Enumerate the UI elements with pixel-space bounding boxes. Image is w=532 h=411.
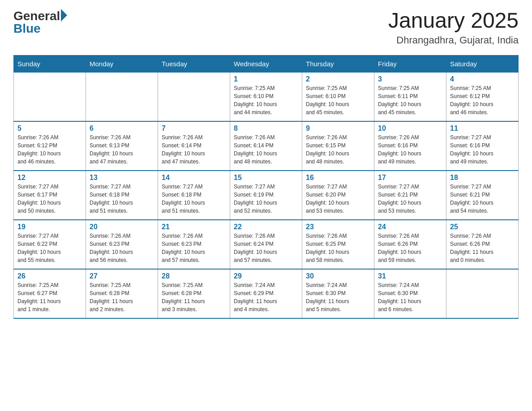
day-number: 23: [306, 223, 370, 231]
day-number: 16: [306, 174, 370, 182]
day-info: Sunrise: 7:25 AM Sunset: 6:10 PM Dayligh…: [306, 84, 370, 116]
day-number: 5: [17, 124, 82, 133]
day-info: Sunrise: 7:25 AM Sunset: 6:28 PM Dayligh…: [90, 281, 154, 313]
header-day-monday: Monday: [86, 55, 158, 72]
week-row-3: 12Sunrise: 7:27 AM Sunset: 6:17 PM Dayli…: [14, 171, 519, 220]
calendar-cell: 23Sunrise: 7:26 AM Sunset: 6:25 PM Dayli…: [302, 220, 374, 269]
day-info: Sunrise: 7:27 AM Sunset: 6:21 PM Dayligh…: [378, 183, 442, 215]
calendar-cell: 15Sunrise: 7:27 AM Sunset: 6:19 PM Dayli…: [230, 171, 302, 220]
day-number: 26: [17, 272, 82, 280]
day-number: 2: [306, 75, 370, 83]
day-info: Sunrise: 7:26 AM Sunset: 6:13 PM Dayligh…: [90, 133, 154, 166]
week-row-5: 26Sunrise: 7:25 AM Sunset: 6:27 PM Dayli…: [14, 269, 519, 318]
day-info: Sunrise: 7:27 AM Sunset: 6:18 PM Dayligh…: [162, 183, 226, 215]
calendar-cell: 17Sunrise: 7:27 AM Sunset: 6:21 PM Dayli…: [374, 171, 446, 220]
calendar-cell: 20Sunrise: 7:26 AM Sunset: 6:23 PM Dayli…: [86, 220, 158, 269]
day-info: Sunrise: 7:24 AM Sunset: 6:29 PM Dayligh…: [234, 281, 298, 313]
calendar-cell: 18Sunrise: 7:27 AM Sunset: 6:21 PM Dayli…: [446, 171, 519, 220]
day-info: Sunrise: 7:26 AM Sunset: 6:26 PM Dayligh…: [450, 232, 515, 264]
calendar-cell: 10Sunrise: 7:26 AM Sunset: 6:16 PM Dayli…: [374, 121, 446, 171]
calendar-cell: 27Sunrise: 7:25 AM Sunset: 6:28 PM Dayli…: [86, 269, 158, 318]
calendar-cell: [446, 269, 519, 318]
day-info: Sunrise: 7:25 AM Sunset: 6:27 PM Dayligh…: [17, 281, 82, 313]
calendar-cell: 25Sunrise: 7:26 AM Sunset: 6:26 PM Dayli…: [446, 220, 519, 269]
day-info: Sunrise: 7:26 AM Sunset: 6:26 PM Dayligh…: [378, 232, 442, 264]
calendar-cell: 9Sunrise: 7:26 AM Sunset: 6:15 PM Daylig…: [302, 121, 374, 171]
day-number: 24: [378, 223, 442, 231]
day-info: Sunrise: 7:25 AM Sunset: 6:10 PM Dayligh…: [234, 84, 298, 116]
logo-arrow-icon: [61, 9, 67, 21]
day-number: 28: [162, 272, 226, 280]
day-number: 20: [90, 223, 154, 231]
calendar-cell: 26Sunrise: 7:25 AM Sunset: 6:27 PM Dayli…: [14, 269, 86, 318]
header-day-friday: Friday: [374, 55, 446, 72]
calendar-cell: 12Sunrise: 7:27 AM Sunset: 6:17 PM Dayli…: [14, 171, 86, 220]
calendar-cell: 28Sunrise: 7:25 AM Sunset: 6:28 PM Dayli…: [158, 269, 230, 318]
calendar-cell: 11Sunrise: 7:27 AM Sunset: 6:16 PM Dayli…: [446, 121, 519, 171]
calendar-cell: 8Sunrise: 7:26 AM Sunset: 6:14 PM Daylig…: [230, 121, 302, 171]
week-row-1: 1Sunrise: 7:25 AM Sunset: 6:10 PM Daylig…: [14, 72, 519, 121]
day-info: Sunrise: 7:25 AM Sunset: 6:28 PM Dayligh…: [162, 281, 226, 313]
title-block: January 2025 Dhrangadhra, Gujarat, India: [388, 9, 519, 46]
day-number: 31: [378, 272, 442, 280]
day-number: 14: [162, 174, 226, 182]
day-number: 1: [234, 75, 298, 83]
calendar-cell: [14, 72, 86, 121]
calendar-cell: 4Sunrise: 7:25 AM Sunset: 6:12 PM Daylig…: [446, 72, 519, 121]
day-info: Sunrise: 7:27 AM Sunset: 6:21 PM Dayligh…: [450, 183, 515, 215]
day-info: Sunrise: 7:26 AM Sunset: 6:14 PM Dayligh…: [234, 133, 298, 166]
day-info: Sunrise: 7:26 AM Sunset: 6:15 PM Dayligh…: [306, 133, 370, 166]
header-day-sunday: Sunday: [14, 55, 86, 72]
calendar-cell: 5Sunrise: 7:26 AM Sunset: 6:12 PM Daylig…: [14, 121, 86, 171]
day-info: Sunrise: 7:27 AM Sunset: 6:16 PM Dayligh…: [450, 133, 515, 166]
header-day-wednesday: Wednesday: [230, 55, 302, 72]
day-number: 19: [17, 223, 82, 231]
day-info: Sunrise: 7:25 AM Sunset: 6:11 PM Dayligh…: [378, 84, 442, 116]
day-info: Sunrise: 7:27 AM Sunset: 6:22 PM Dayligh…: [17, 232, 82, 264]
logo-blue-text: Blue: [13, 21, 67, 36]
day-info: Sunrise: 7:24 AM Sunset: 6:30 PM Dayligh…: [306, 281, 370, 313]
day-number: 29: [234, 272, 298, 280]
page-header: General Blue January 2025 Dhrangadhra, G…: [13, 9, 519, 46]
calendar-cell: 19Sunrise: 7:27 AM Sunset: 6:22 PM Dayli…: [14, 220, 86, 269]
calendar-cell: 31Sunrise: 7:24 AM Sunset: 6:30 PM Dayli…: [374, 269, 446, 318]
day-info: Sunrise: 7:26 AM Sunset: 6:16 PM Dayligh…: [378, 133, 442, 166]
header-day-tuesday: Tuesday: [158, 55, 230, 72]
calendar-cell: 7Sunrise: 7:26 AM Sunset: 6:14 PM Daylig…: [158, 121, 230, 171]
day-info: Sunrise: 7:27 AM Sunset: 6:19 PM Dayligh…: [234, 183, 298, 215]
calendar-cell: 6Sunrise: 7:26 AM Sunset: 6:13 PM Daylig…: [86, 121, 158, 171]
day-number: 9: [306, 124, 370, 133]
calendar-cell: 30Sunrise: 7:24 AM Sunset: 6:30 PM Dayli…: [302, 269, 374, 318]
day-number: 21: [162, 223, 226, 231]
calendar-cell: 29Sunrise: 7:24 AM Sunset: 6:29 PM Dayli…: [230, 269, 302, 318]
week-row-2: 5Sunrise: 7:26 AM Sunset: 6:12 PM Daylig…: [14, 121, 519, 171]
calendar-title: January 2025: [388, 9, 519, 33]
week-row-4: 19Sunrise: 7:27 AM Sunset: 6:22 PM Dayli…: [14, 220, 519, 269]
day-number: 22: [234, 223, 298, 231]
day-number: 8: [234, 124, 298, 133]
day-number: 27: [90, 272, 154, 280]
calendar-cell: 14Sunrise: 7:27 AM Sunset: 6:18 PM Dayli…: [158, 171, 230, 220]
day-number: 11: [450, 124, 515, 133]
day-info: Sunrise: 7:26 AM Sunset: 6:24 PM Dayligh…: [234, 232, 298, 264]
calendar-cell: 3Sunrise: 7:25 AM Sunset: 6:11 PM Daylig…: [374, 72, 446, 121]
calendar-cell: 22Sunrise: 7:26 AM Sunset: 6:24 PM Dayli…: [230, 220, 302, 269]
day-number: 30: [306, 272, 370, 280]
calendar-cell: 13Sunrise: 7:27 AM Sunset: 6:18 PM Dayli…: [86, 171, 158, 220]
header-day-saturday: Saturday: [446, 55, 519, 72]
day-info: Sunrise: 7:26 AM Sunset: 6:14 PM Dayligh…: [162, 133, 226, 166]
day-number: 10: [378, 124, 442, 133]
day-number: 6: [90, 124, 154, 133]
header-row: SundayMondayTuesdayWednesdayThursdayFrid…: [14, 55, 519, 72]
day-number: 4: [450, 75, 515, 83]
calendar-cell: [158, 72, 230, 121]
day-info: Sunrise: 7:26 AM Sunset: 6:23 PM Dayligh…: [162, 232, 226, 264]
calendar-cell: [86, 72, 158, 121]
day-number: 17: [378, 174, 442, 182]
day-info: Sunrise: 7:26 AM Sunset: 6:23 PM Dayligh…: [90, 232, 154, 264]
day-info: Sunrise: 7:26 AM Sunset: 6:12 PM Dayligh…: [17, 133, 82, 166]
day-info: Sunrise: 7:27 AM Sunset: 6:20 PM Dayligh…: [306, 183, 370, 215]
calendar-table: SundayMondayTuesdayWednesdayThursdayFrid…: [13, 55, 519, 319]
day-number: 12: [17, 174, 82, 182]
day-number: 25: [450, 223, 515, 231]
